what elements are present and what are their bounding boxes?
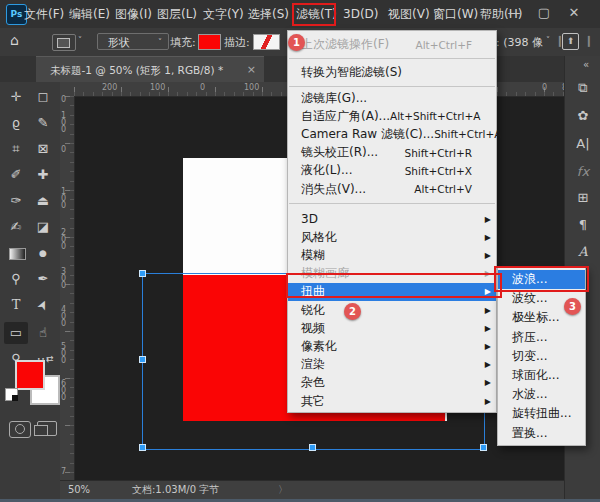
step-1-badge: 1 — [288, 34, 305, 51]
menu-item-render[interactable]: 渲染 ▶ — [288, 356, 496, 374]
dodge-tool[interactable]: ⚲ — [4, 268, 28, 290]
transform-handle-top-left[interactable] — [139, 270, 146, 277]
gradient-tool-icon — [9, 248, 26, 260]
libraries-panel-icon[interactable]: ⊞ — [565, 190, 600, 205]
move-tool[interactable]: ✛ — [4, 86, 28, 108]
menu-edit[interactable]: 编辑(E) — [69, 0, 110, 28]
stroke-color-swatch[interactable] — [253, 34, 280, 50]
status-expand-icon[interactable]: 〉 — [278, 481, 288, 499]
menu-file[interactable]: 文件(F) — [24, 0, 64, 28]
menu-view[interactable]: 视图(V) — [388, 0, 430, 28]
menu-item-blur[interactable]: 模糊 ▶ — [288, 247, 496, 265]
paragraph-panel-icon[interactable]: ¶ — [565, 217, 600, 232]
shape-mode-select[interactable]: 形状 ˅ — [97, 33, 169, 50]
menu-layer[interactable]: 图层(L) — [157, 0, 197, 28]
options-divider-2: ❙ — [584, 34, 593, 47]
lasso-tool[interactable]: ϱ — [4, 112, 28, 134]
pen-tool[interactable]: ✒ — [31, 268, 55, 290]
submenu-item-twirl[interactable]: 旋转扭曲... — [498, 404, 585, 423]
menu-item-video[interactable]: 视频 ▶ — [288, 319, 496, 337]
marquee-tool[interactable]: ◻ — [31, 86, 55, 108]
menu-image[interactable]: 图像(I) — [115, 0, 152, 28]
quick-selection-tool[interactable]: ✎ — [31, 112, 55, 134]
submenu-item-displace[interactable]: 置换... — [498, 424, 585, 443]
step-2-badge: 2 — [344, 303, 361, 320]
blur-tool[interactable]: ● — [31, 242, 55, 264]
foreground-color-swatch[interactable] — [15, 360, 45, 390]
crop-tool[interactable]: ⌗ — [4, 138, 28, 160]
brush-tool[interactable]: ✑ — [4, 190, 28, 212]
size-caret-icon[interactable]: ˅ — [546, 36, 550, 45]
transform-handle-bottom-center[interactable] — [309, 444, 316, 451]
hand-tool[interactable]: ☝ — [31, 322, 55, 344]
clone-stamp-tool[interactable]: ⏏ — [31, 190, 55, 212]
submenu-item-pinch[interactable]: 挤压... — [498, 328, 585, 347]
menu-item-liquify[interactable]: 液化(L)... Shift+Ctrl+X — [288, 162, 496, 180]
type-tool[interactable]: T — [4, 294, 28, 316]
eraser-tool[interactable]: ◪ — [31, 216, 55, 238]
frame-tool[interactable]: ⊠ — [31, 138, 55, 160]
ruler-label: 300 — [61, 268, 69, 289]
submenu-item-shear[interactable]: 切变... — [498, 347, 585, 366]
character-panel-icon[interactable]: A| — [565, 136, 600, 151]
glyphs-panel-icon[interactable]: A — [565, 244, 600, 259]
eyedropper-tool[interactable]: ✐ — [4, 164, 28, 186]
maximize-button[interactable]: ▢ — [533, 0, 555, 28]
home-icon[interactable]: ⌂ — [10, 32, 19, 48]
menu-item-filter-gallery[interactable]: 滤镜库(G)... — [288, 89, 496, 107]
menu-item-other[interactable]: 其它 ▶ — [288, 392, 496, 410]
rectangle-tool[interactable]: ▭ — [4, 322, 28, 344]
menu-item-lens-correction[interactable]: 镜头校正(R)... Shift+Ctrl+R — [288, 144, 496, 162]
stroke-width-value: : (398 像 — [496, 35, 543, 50]
ruler-label: 200 — [102, 83, 117, 92]
vertical-ruler: 0 100 0 100 200 300 400 500 600 7 — [60, 96, 75, 480]
menu-item-3d[interactable]: 3D ▶ — [288, 210, 496, 228]
menu-item-pixelate[interactable]: 像素化 ▶ — [288, 337, 496, 355]
submenu-item-spherize[interactable]: 球面化... — [498, 366, 585, 385]
current-tool-icon[interactable] — [52, 34, 76, 51]
menu-item-vanishing-point[interactable]: 消失点(V)... Alt+Ctrl+V — [288, 180, 496, 198]
transform-handle-bottom-left[interactable] — [139, 444, 146, 451]
expand-panels-icon[interactable]: « — [583, 59, 589, 70]
ruler-label: 200 — [61, 229, 69, 250]
history-brush-tool[interactable]: ✍ — [4, 216, 28, 238]
swatches-panel-icon[interactable]: ✿ — [565, 108, 600, 123]
menu-item-adaptive-wide-angle[interactable]: 自适应广角(A)... Alt+Shift+Ctrl+A — [288, 107, 496, 125]
fill-color-swatch[interactable] — [198, 34, 221, 50]
menu-item-sharpen[interactable]: 锐化 ▶ — [288, 301, 496, 319]
close-button[interactable]: ✕ — [563, 0, 585, 28]
healing-brush-tool[interactable]: ✚ — [31, 164, 55, 186]
menu-window[interactable]: 窗口(W) — [433, 0, 478, 28]
menu-item-stylize[interactable]: 风格化 ▶ — [288, 228, 496, 246]
submenu-arrow-icon: ▶ — [485, 233, 491, 242]
menu-select[interactable]: 选择(S) — [248, 0, 289, 28]
menu-item-last-filter[interactable]: 上次滤镜操作(F) Alt+Ctrl+F — [288, 33, 496, 56]
submenu-arrow-icon: ▶ — [485, 397, 491, 406]
minimize-button[interactable]: — — [503, 0, 525, 28]
share-icon[interactable]: ⬆ — [562, 33, 579, 50]
gradient-tool[interactable] — [4, 242, 28, 264]
tool-caret-icon[interactable]: ˅ — [78, 36, 82, 45]
transform-handle-bottom-right[interactable] — [480, 444, 487, 451]
zoom-level-field[interactable]: 50% — [62, 481, 96, 499]
submenu-arrow-icon: ▶ — [485, 324, 491, 333]
tab-close-icon[interactable]: × — [247, 57, 256, 83]
submenu-arrow-icon: ▶ — [485, 251, 491, 260]
clone-source-panel-icon[interactable]: ⧉ — [565, 80, 600, 96]
menu-item-noise[interactable]: 杂色 ▶ — [288, 374, 496, 392]
menu-type[interactable]: 文字(Y) — [203, 0, 244, 28]
styles-panel-icon[interactable]: fx — [565, 164, 600, 179]
menu-3d[interactable]: 3D(D) — [343, 0, 378, 28]
menu-item-smart-filters[interactable]: 转换为智能滤镜(S) — [288, 61, 496, 84]
swap-colors-icon[interactable]: ⇄ — [46, 354, 54, 364]
highlight-box-filter-menu — [292, 3, 336, 26]
menu-item-camera-raw[interactable]: Camera Raw 滤镜(C)... Shift+Ctrl+A — [288, 125, 496, 143]
submenu-item-zigzag[interactable]: 水波... — [498, 385, 585, 404]
default-colors-icon[interactable] — [5, 388, 18, 401]
screen-mode-icon[interactable] — [37, 421, 57, 436]
transform-handle-mid-left[interactable] — [139, 356, 146, 363]
document-tab[interactable]: 未标题-1 @ 50% (矩形 1, RGB/8) * × — [36, 56, 264, 82]
submenu-arrow-icon: ▶ — [485, 342, 491, 351]
quick-mask-icon[interactable] — [9, 421, 31, 438]
path-selection-tool[interactable]: ➤ — [28, 289, 58, 320]
